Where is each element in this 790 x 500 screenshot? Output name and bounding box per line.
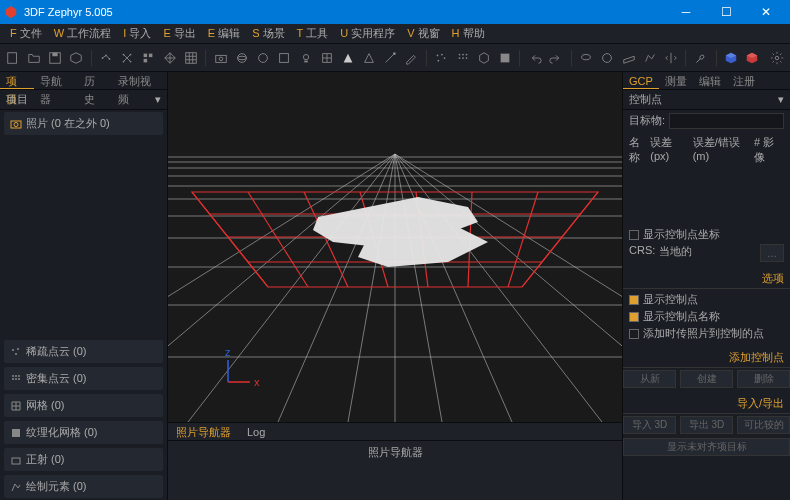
tool-camera-icon[interactable]	[212, 49, 229, 67]
menu-help[interactable]: H 帮助	[446, 26, 491, 41]
tool-box-icon[interactable]	[496, 49, 513, 67]
menu-export[interactable]: E 导出	[157, 26, 201, 41]
btn-new[interactable]: 从新	[623, 370, 676, 388]
group-io: 导入/导出	[623, 394, 790, 414]
check-show-cp-names[interactable]	[629, 312, 639, 322]
tool-cube-icon[interactable]	[67, 49, 84, 67]
tool-redo-icon[interactable]	[548, 49, 565, 67]
tool-path-icon[interactable]	[641, 49, 658, 67]
menu-scene[interactable]: S 场景	[246, 26, 290, 41]
tool-save-icon[interactable]	[46, 49, 63, 67]
tool-wand-icon[interactable]	[382, 49, 399, 67]
tool-texture-icon[interactable]	[182, 49, 199, 67]
btn-import3d[interactable]: 导入 3D	[623, 416, 676, 434]
svg-rect-54	[12, 429, 20, 437]
tab-navigator[interactable]: 导航器	[34, 72, 78, 89]
item-dense[interactable]: 密集点云 (0)	[4, 367, 163, 390]
tool-points2-icon[interactable]	[454, 49, 471, 67]
tab-project[interactable]: 项目	[0, 72, 34, 89]
crs-button[interactable]: …	[760, 244, 784, 262]
svg-line-75	[395, 154, 602, 422]
tool-open-icon[interactable]	[25, 49, 42, 67]
check-show-coords[interactable]	[629, 230, 639, 240]
tool-points1-icon[interactable]	[433, 49, 450, 67]
svg-marker-0	[6, 6, 17, 18]
panel-subtitle: 项目▾	[0, 90, 167, 110]
menu-import[interactable]: I 导入	[117, 26, 157, 41]
svg-point-20	[259, 53, 268, 62]
svg-line-71	[348, 154, 395, 422]
svg-point-51	[12, 378, 14, 380]
tool-lasso-icon[interactable]	[578, 49, 595, 67]
tool-pencil-icon[interactable]	[403, 49, 420, 67]
item-elements[interactable]: 绘制元素 (0)	[4, 475, 163, 498]
btn-delete[interactable]: 删除	[737, 370, 790, 388]
tool-undo-icon[interactable]	[526, 49, 543, 67]
svg-point-44	[14, 122, 18, 126]
svg-point-17	[219, 57, 223, 61]
tool-wrench-icon[interactable]	[692, 49, 709, 67]
minimize-button[interactable]: ─	[666, 0, 706, 24]
bottom-tab-log[interactable]: Log	[239, 423, 273, 440]
close-button[interactable]: ✕	[746, 0, 786, 24]
tool-square-icon[interactable]	[276, 49, 293, 67]
rtab-measure[interactable]: 测量	[659, 72, 693, 89]
tool-new-icon[interactable]	[4, 49, 21, 67]
collapse-icon[interactable]: ▾	[155, 93, 161, 106]
menu-view[interactable]: V 视窗	[401, 26, 445, 41]
maximize-button[interactable]: ☐	[706, 0, 746, 24]
menu-utilities[interactable]: U 实用程序	[334, 26, 401, 41]
svg-rect-15	[186, 52, 197, 63]
item-ortho[interactable]: 正射 (0)	[4, 448, 163, 471]
tool-hex-icon[interactable]	[475, 49, 492, 67]
photo-navigator-panel: 照片导航器	[168, 440, 622, 500]
tool-light-icon[interactable]	[297, 49, 314, 67]
rtab-edit[interactable]: 编辑	[693, 72, 727, 89]
btn-compare[interactable]: 可比较的	[737, 416, 790, 434]
window-title: 3DF Zephyr 5.005	[24, 6, 666, 18]
tool-workflow2-icon[interactable]	[119, 49, 136, 67]
menu-workflow[interactable]: W 工作流程	[48, 26, 117, 41]
tool-cube-red-icon[interactable]	[744, 49, 761, 67]
check-add-transfer[interactable]	[629, 329, 639, 339]
btn-export3d[interactable]: 导出 3D	[680, 416, 733, 434]
svg-rect-35	[501, 53, 510, 62]
tab-record[interactable]: 录制视频	[112, 72, 167, 89]
viewport-3d[interactable]: x z	[168, 72, 622, 422]
tool-circle-icon[interactable]	[255, 49, 272, 67]
tool-workflow1-icon[interactable]	[98, 49, 115, 67]
item-sparse[interactable]: 稀疏点云 (0)	[4, 340, 163, 363]
svg-point-33	[465, 57, 467, 59]
collapse-icon[interactable]: ▾	[778, 93, 784, 106]
item-photos[interactable]: 照片 (0 在之外 0)	[4, 112, 163, 135]
target-input[interactable]	[669, 113, 784, 129]
menu-edit[interactable]: E 编辑	[202, 26, 246, 41]
menu-file[interactable]: F 文件	[4, 26, 48, 41]
left-panel: 项目 导航器 历史 录制视频 项目▾ 照片 (0 在之外 0) 稀疏点云 (0)…	[0, 72, 168, 500]
tool-cube-blue-icon[interactable]	[723, 49, 740, 67]
tool-split-icon[interactable]	[662, 49, 679, 67]
tool-workflow3-icon[interactable]	[140, 49, 157, 67]
tool-grid-icon[interactable]	[318, 49, 335, 67]
item-textured[interactable]: 纹理化网格 (0)	[4, 421, 163, 444]
menu-tools[interactable]: T 工具	[291, 26, 335, 41]
btn-show-unaligned[interactable]: 显示未对齐项目标	[623, 438, 790, 456]
rtab-gcp[interactable]: GCP	[623, 72, 659, 89]
tool-orbit-icon[interactable]	[233, 49, 250, 67]
tool-circle2-icon[interactable]	[599, 49, 616, 67]
tab-history[interactable]: 历史	[78, 72, 112, 89]
svg-point-28	[458, 53, 460, 55]
bottom-tab-nav[interactable]: 照片导航器	[168, 423, 239, 440]
rtab-register[interactable]: 注册	[727, 72, 761, 89]
tool-settings-icon[interactable]	[769, 49, 786, 67]
tool-triangle-icon[interactable]	[339, 49, 356, 67]
svg-point-25	[441, 53, 443, 55]
tool-plane-icon[interactable]	[620, 49, 637, 67]
check-show-cp[interactable]	[629, 295, 639, 305]
svg-point-49	[15, 375, 17, 377]
tool-triangle2-icon[interactable]	[360, 49, 377, 67]
item-mesh[interactable]: 网格 (0)	[4, 394, 163, 417]
btn-create[interactable]: 创建	[680, 370, 733, 388]
tool-mesh-icon[interactable]	[161, 49, 178, 67]
svg-rect-12	[144, 53, 148, 57]
